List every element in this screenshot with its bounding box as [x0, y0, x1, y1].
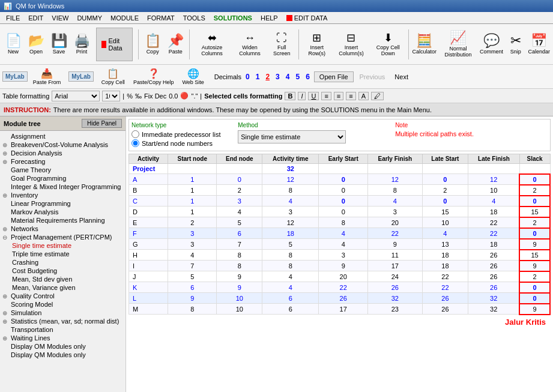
table-cell[interactable]: 1	[168, 196, 217, 207]
table-row[interactable]: Project32	[129, 164, 551, 174]
radio-startend[interactable]: Start/end node numbers	[131, 139, 233, 147]
table-cell[interactable]: 3	[319, 250, 368, 261]
table-cell[interactable]: Project	[129, 164, 168, 174]
table-cell[interactable]: F	[129, 228, 168, 239]
decimal-4[interactable]: 4	[284, 72, 292, 82]
table-cell[interactable]: 12	[262, 217, 319, 228]
next-button[interactable]: Next	[391, 72, 412, 82]
table-cell[interactable]: 15	[422, 207, 468, 217]
table-cell[interactable]	[319, 164, 368, 174]
menu-module[interactable]: MODULE	[107, 13, 142, 23]
tree-assignment[interactable]: Assignment	[0, 132, 125, 140]
table-cell[interactable]: 22	[368, 228, 422, 239]
save-button[interactable]: 💾 Save	[48, 27, 70, 62]
decimal-6[interactable]: 6	[304, 72, 312, 82]
table-cell[interactable]: 26	[422, 293, 468, 304]
highlight-button[interactable]: 🖊	[371, 92, 384, 100]
table-cell[interactable]: 9	[519, 304, 550, 315]
table-cell[interactable]: 18	[468, 207, 519, 217]
table-cell[interactable]: 4	[368, 196, 422, 207]
menu-solutions[interactable]: SOLUTIONS	[210, 13, 256, 23]
table-cell[interactable]: 4	[319, 228, 368, 239]
tree-crashing[interactable]: Crashing	[0, 258, 125, 267]
table-cell[interactable]: 9	[319, 261, 368, 271]
tree-markov[interactable]: Markov Analysis	[0, 208, 125, 216]
table-cell[interactable]: 23	[368, 304, 422, 315]
copy-cell-down-button[interactable]: ⬇ Copy Cell Down	[370, 27, 406, 62]
tree-goal-programming[interactable]: Goal Programming	[0, 174, 125, 182]
table-row[interactable]: I78891718269	[129, 261, 551, 271]
table-cell[interactable]: 26	[319, 293, 368, 304]
table-cell[interactable]: 0	[422, 196, 468, 207]
table-cell[interactable]: 3	[368, 207, 422, 217]
table-cell[interactable]: 26	[368, 282, 422, 293]
table-cell[interactable]: 1	[168, 174, 217, 185]
table-cell[interactable]: 7	[217, 239, 262, 250]
table-cell[interactable]: 8	[168, 304, 217, 315]
table-cell[interactable]: 26	[468, 261, 519, 271]
table-row[interactable]: A10120120120	[129, 174, 551, 185]
tree-single-time[interactable]: Single time estimate	[0, 241, 125, 250]
italic-button[interactable]: I	[298, 92, 306, 100]
table-cell[interactable]: 3	[217, 196, 262, 207]
full-screen-button[interactable]: ⛶ Full Screen	[268, 27, 295, 62]
tree-statistics[interactable]: ⊕ Statistics (mean, var, sd; normal dist…	[0, 317, 125, 325]
table-cell[interactable]: 18	[422, 261, 468, 271]
menu-dummy[interactable]: DUMMY	[73, 13, 106, 23]
table-cell[interactable]: C	[129, 196, 168, 207]
menu-file[interactable]: FILE	[2, 13, 23, 23]
tree-breakeven[interactable]: ⊕ Breakeven/Cost-Volume Analysis	[0, 140, 125, 149]
table-cell[interactable]: 0	[519, 293, 550, 304]
table-cell[interactable]: 4	[319, 239, 368, 250]
table-cell[interactable]: 6	[262, 304, 319, 315]
menu-help[interactable]: HELP	[257, 13, 282, 23]
paste-button[interactable]: 📌 Paste	[165, 27, 186, 62]
table-cell[interactable]: 9	[519, 239, 550, 250]
web-site-button[interactable]: 🌐 Web Site	[179, 66, 207, 87]
table-cell[interactable]: 0	[519, 174, 550, 185]
tree-networks[interactable]: ⊕ Networks	[0, 225, 125, 233]
table-cell[interactable]: 6	[262, 293, 319, 304]
table-cell[interactable]	[468, 164, 519, 174]
tree-waiting[interactable]: ⊕ Waiting Lines	[0, 334, 125, 342]
table-cell[interactable]: 0	[519, 282, 550, 293]
table-cell[interactable]: 0	[319, 185, 368, 196]
table-cell[interactable]: 2	[519, 271, 550, 282]
table-cell[interactable]: 8	[217, 261, 262, 271]
decimal-1[interactable]: 1	[254, 72, 262, 82]
tree-triple-time[interactable]: Triple time estimate	[0, 250, 125, 258]
tree-integer[interactable]: Integer & Mixed Integer Programming	[0, 182, 125, 191]
table-cell[interactable]	[519, 164, 550, 174]
calculator-button[interactable]: 🧮 Calculator	[412, 27, 437, 62]
table-cell[interactable]: 32	[368, 293, 422, 304]
align-left-button[interactable]: ≡	[321, 92, 331, 100]
radio-immediate-input[interactable]	[131, 130, 139, 138]
tree-linear[interactable]: Linear Programming	[0, 199, 125, 208]
table-cell[interactable]: 24	[368, 271, 422, 282]
table-cell[interactable]: 10	[422, 217, 468, 228]
table-cell[interactable]: G	[129, 239, 168, 250]
table-cell[interactable]: 1	[168, 207, 217, 217]
table-cell[interactable]: 8	[217, 250, 262, 261]
tree-cost-budgeting[interactable]: Cost Budgeting	[0, 267, 125, 275]
tree-project-management[interactable]: ⊖ Project Management (PERT/CPM)	[0, 233, 125, 241]
widen-columns-button[interactable]: ↔ Widen Columns	[232, 27, 267, 62]
table-cell[interactable]: A	[129, 174, 168, 185]
table-cell[interactable]: 0	[519, 196, 550, 207]
table-cell[interactable]: 9	[368, 239, 422, 250]
table-cell[interactable]: K	[129, 282, 168, 293]
paste-copy-help-button[interactable]: ❓ Paste/Copy Help	[130, 66, 177, 87]
table-cell[interactable]: 13	[422, 239, 468, 250]
bold-button[interactable]: B	[285, 92, 295, 100]
open-button[interactable]: 📂 Open	[25, 27, 47, 62]
table-row[interactable]: F36184224220	[129, 228, 551, 239]
table-cell[interactable]: I	[129, 261, 168, 271]
table-cell[interactable]: 0	[319, 207, 368, 217]
decimal-5[interactable]: 5	[294, 72, 301, 82]
tree-display-om[interactable]: Display OM Modules only	[0, 342, 125, 351]
table-cell[interactable]: 18	[422, 250, 468, 261]
table-cell[interactable]: 2	[217, 185, 262, 196]
tree-simulation[interactable]: ⊕ Simulation	[0, 309, 125, 317]
copy-cell-button[interactable]: 📋 Copy Cell	[98, 66, 128, 87]
tree-decision[interactable]: ⊕ Decision Analysis	[0, 149, 125, 157]
